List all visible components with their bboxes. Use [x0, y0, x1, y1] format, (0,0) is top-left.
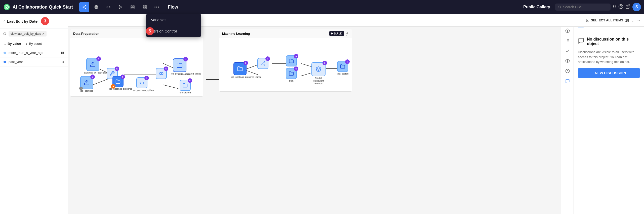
ml-node-input[interactable]: S job_postings_prepared_joined — [231, 62, 249, 79]
node-box-join: S — [156, 68, 167, 79]
discussion-area: No discussion on this object Discussions… — [574, 32, 644, 83]
variables-menu-item[interactable]: Variables — [146, 14, 201, 25]
nav-right: Public Gallery ⠿ S — [520, 3, 641, 11]
ml-node-split[interactable]: S — [257, 58, 268, 69]
ml-actions: BUILD ⨍ — [329, 31, 349, 36]
play-icon-btn[interactable] — [115, 2, 126, 12]
ml-build-btn[interactable]: BUILD — [329, 31, 344, 36]
node-box-python: S — [136, 77, 147, 88]
svg-point-14 — [154, 7, 155, 8]
sort-by-count-btn[interactable]: By count — [25, 42, 42, 46]
svg-point-1 — [83, 7, 84, 8]
sort-options: By value By count — [0, 39, 68, 48]
filter-bar: view:last_edit_by_date ✕ — [0, 28, 68, 39]
svg-point-53 — [567, 31, 568, 32]
left-panel-header[interactable]: ‹ Last Edit by Date 3 — [0, 14, 68, 28]
discussion-icon-btn[interactable] — [563, 77, 572, 86]
folder-icon-3 — [183, 83, 188, 88]
select-all-btn[interactable]: SEL ECT ALL ITEMS — [586, 18, 623, 22]
user-avatar[interactable]: S — [632, 3, 641, 11]
predict-icon — [315, 66, 321, 72]
node-prepared[interactable]: S A job_postings_prepared — [109, 76, 127, 90]
svg-point-60 — [567, 60, 568, 62]
ml-badge-split: S — [265, 56, 270, 61]
help-icon[interactable] — [618, 4, 623, 10]
data-prep-flow: S earnings_by_education S 2 job_postings… — [70, 38, 203, 97]
ml-node-scored[interactable]: S test_scored — [337, 61, 349, 75]
discussion-title: No discussion on this object — [587, 37, 640, 46]
badge-tool1: S — [115, 66, 119, 71]
ml-badge-input: S — [244, 61, 248, 65]
svg-point-20 — [621, 7, 621, 8]
node-box-prepared: S A — [112, 76, 124, 87]
right-icon-bar: 2 — [561, 14, 574, 214]
database-icon-btn[interactable] — [128, 2, 138, 12]
join-icon — [159, 71, 164, 76]
node-join[interactable]: S — [156, 68, 167, 79]
svg-line-34 — [163, 85, 178, 89]
ml-badge-predict: S — [323, 61, 327, 65]
external-link-icon[interactable] — [625, 4, 630, 10]
apps-icon[interactable]: ⠿ — [613, 4, 616, 10]
info-icon-btn[interactable] — [563, 26, 572, 35]
badge-job: S — [90, 75, 95, 79]
ml-node-box-test: S — [286, 55, 297, 66]
public-gallery-btn[interactable]: Public Gallery — [520, 3, 553, 11]
globe-icon-btn[interactable] — [91, 2, 101, 12]
svg-line-3 — [84, 7, 85, 8]
python-icon — [139, 80, 144, 85]
discussion-desc: Discussions are visible to all users wit… — [578, 50, 640, 64]
svg-line-23 — [6, 34, 6, 35]
version-control-menu-item[interactable]: Version Control 5 — [146, 25, 201, 37]
more-icon-btn[interactable] — [152, 2, 162, 12]
sort-by-value-btn[interactable]: By value — [4, 42, 21, 46]
share-icon-btn[interactable] — [79, 2, 89, 12]
node-box-joined: S — [173, 58, 186, 72]
app-logo: AI Collaboration Quick Start — [3, 3, 73, 11]
flow-label: Flow — [168, 5, 178, 10]
folder-icon-2 — [177, 62, 183, 68]
ml-folder-icon — [237, 66, 243, 72]
ml-title: Machine Learning — [222, 32, 250, 35]
arrow-right-btn[interactable]: → — [636, 18, 641, 23]
list-icon-btn[interactable] — [563, 36, 572, 45]
annotation-badge-3: 3 — [41, 17, 49, 25]
grid-icon-btn[interactable] — [140, 2, 150, 12]
search-input[interactable] — [563, 5, 608, 9]
clock-icon-btn[interactable] — [563, 66, 572, 76]
ml-expand-btn[interactable]: ⨍ — [345, 31, 349, 36]
node-python[interactable]: S job_postings_python — [133, 77, 151, 92]
ml-header: Machine Learning BUILD ⨍ — [219, 29, 352, 38]
app-title: AI Collaboration Quick Start — [13, 5, 73, 10]
node-unmatched[interactable]: S unmatched — [180, 80, 191, 94]
tool-icon — [110, 71, 115, 76]
data-prep-zone: Data Preparation BUILD ⨍ □ — [70, 29, 203, 97]
node-joined[interactable]: S job_postings_prepared_joined — [171, 58, 188, 75]
svg-point-2 — [85, 8, 86, 9]
filter-tag-close[interactable]: ✕ — [42, 32, 45, 35]
node-earnings[interactable]: S earnings_by_education — [84, 58, 102, 74]
left-panel: ‹ Last Edit by Date 3 view:last_edit_by_… — [0, 14, 68, 214]
check-icon-btn[interactable] — [563, 46, 572, 55]
svg-rect-12 — [143, 8, 144, 9]
ml-node-train[interactable]: S train — [286, 68, 297, 82]
filter-dot-1 — [4, 61, 6, 63]
node-job-postings[interactable]: S 2 job_postings — [80, 76, 93, 92]
select-icon — [586, 19, 589, 22]
badge-joined: S — [183, 57, 188, 61]
svg-point-22 — [4, 32, 6, 35]
filter-item-1[interactable]: past_year 1 — [0, 57, 68, 66]
new-discussion-btn[interactable]: + NEW DISCUSSION — [578, 68, 640, 78]
code-icon-btn[interactable] — [103, 2, 113, 12]
eye-icon-btn[interactable] — [563, 56, 572, 65]
node-label-python: job_postings_python — [133, 89, 151, 92]
discussion-header-icon — [578, 38, 584, 46]
badge-prepared: S — [120, 75, 125, 79]
folder-icon — [115, 79, 120, 84]
svg-rect-26 — [586, 19, 589, 22]
filter-item-0[interactable]: more_than_a_year_ago 15 — [0, 48, 68, 57]
ml-node-predict[interactable]: S Predict Fraudulent (Binary) — [310, 62, 327, 85]
top-nav: AI Collaboration Quick Start Flow Public… — [0, 0, 644, 14]
chevron-down-btn[interactable]: ⌄ — [631, 18, 634, 23]
svg-point-9 — [131, 5, 134, 7]
